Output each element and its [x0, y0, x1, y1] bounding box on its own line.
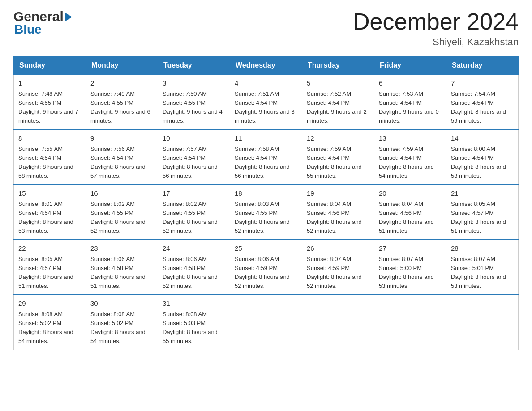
- day-number: 22: [18, 244, 81, 254]
- location: Shiyeli, Kazakhstan: [353, 36, 519, 48]
- day-number: 24: [163, 244, 225, 254]
- calendar-cell: 22Sunrise: 8:05 AMSunset: 4:57 PMDayligh…: [14, 240, 86, 295]
- logo-blue-row: Blue: [13, 22, 42, 37]
- day-number: 26: [307, 244, 369, 254]
- weekday-header-wednesday: Wednesday: [230, 56, 302, 74]
- day-info: Sunrise: 8:07 AMSunset: 4:59 PMDaylight:…: [307, 256, 362, 289]
- day-info: Sunrise: 7:54 AMSunset: 4:54 PMDaylight:…: [451, 90, 506, 124]
- logo: General Blue: [13, 9, 72, 37]
- calendar-cell: 2Sunrise: 7:49 AMSunset: 4:55 PMDaylight…: [86, 74, 158, 129]
- calendar-cell: 20Sunrise: 8:04 AMSunset: 4:56 PMDayligh…: [374, 184, 446, 240]
- weekday-header-friday: Friday: [374, 56, 446, 74]
- calendar-week-row: 15Sunrise: 8:01 AMSunset: 4:54 PMDayligh…: [14, 184, 519, 240]
- calendar-cell: 15Sunrise: 8:01 AMSunset: 4:54 PMDayligh…: [14, 184, 86, 240]
- calendar-cell: 21Sunrise: 8:05 AMSunset: 4:57 PMDayligh…: [446, 184, 519, 240]
- day-info: Sunrise: 7:53 AMSunset: 4:54 PMDaylight:…: [379, 90, 439, 124]
- calendar-week-row: 29Sunrise: 8:08 AMSunset: 5:02 PMDayligh…: [14, 295, 519, 350]
- day-info: Sunrise: 7:55 AMSunset: 4:54 PMDaylight:…: [18, 146, 73, 179]
- day-number: 15: [18, 188, 81, 199]
- calendar-cell: [374, 295, 446, 350]
- weekday-header-tuesday: Tuesday: [158, 56, 230, 74]
- day-info: Sunrise: 8:01 AMSunset: 4:54 PMDaylight:…: [18, 201, 73, 234]
- calendar-cell: 27Sunrise: 8:07 AMSunset: 5:00 PMDayligh…: [374, 240, 446, 295]
- day-number: 16: [90, 188, 153, 199]
- calendar-table: SundayMondayTuesdayWednesdayThursdayFrid…: [13, 56, 519, 350]
- calendar-cell: 5Sunrise: 7:52 AMSunset: 4:54 PMDaylight…: [302, 74, 374, 129]
- calendar-cell: 8Sunrise: 7:55 AMSunset: 4:54 PMDaylight…: [14, 129, 86, 184]
- day-number: 12: [307, 133, 369, 144]
- month-title: December 2024: [353, 9, 519, 34]
- day-number: 25: [235, 244, 297, 254]
- weekday-header-saturday: Saturday: [446, 56, 519, 74]
- weekday-header-thursday: Thursday: [302, 56, 374, 74]
- weekday-header-monday: Monday: [86, 56, 158, 74]
- page-header: General Blue December 2024 Shiyeli, Kaza…: [13, 9, 519, 48]
- calendar-cell: 17Sunrise: 8:02 AMSunset: 4:55 PMDayligh…: [158, 184, 230, 240]
- day-number: 2: [90, 78, 153, 89]
- day-number: 6: [379, 78, 442, 89]
- calendar-cell: 4Sunrise: 7:51 AMSunset: 4:54 PMDaylight…: [230, 74, 302, 129]
- day-info: Sunrise: 8:04 AMSunset: 4:56 PMDaylight:…: [379, 201, 434, 234]
- calendar-cell: 26Sunrise: 8:07 AMSunset: 4:59 PMDayligh…: [302, 240, 374, 295]
- calendar-cell: 10Sunrise: 7:57 AMSunset: 4:54 PMDayligh…: [158, 129, 230, 184]
- day-number: 19: [307, 188, 369, 199]
- calendar-cell: 18Sunrise: 8:03 AMSunset: 4:55 PMDayligh…: [230, 184, 302, 240]
- calendar-cell: 9Sunrise: 7:56 AMSunset: 4:54 PMDaylight…: [86, 129, 158, 184]
- day-number: 17: [163, 188, 225, 199]
- calendar-cell: 6Sunrise: 7:53 AMSunset: 4:54 PMDaylight…: [374, 74, 446, 129]
- day-info: Sunrise: 8:02 AMSunset: 4:55 PMDaylight:…: [90, 201, 146, 234]
- calendar-cell: [302, 295, 374, 350]
- calendar-week-row: 1Sunrise: 7:48 AMSunset: 4:55 PMDaylight…: [14, 74, 519, 129]
- day-number: 1: [18, 78, 81, 89]
- day-number: 29: [18, 299, 81, 309]
- day-info: Sunrise: 8:06 AMSunset: 4:59 PMDaylight:…: [235, 256, 290, 289]
- day-info: Sunrise: 8:04 AMSunset: 4:56 PMDaylight:…: [307, 201, 362, 234]
- calendar-cell: 16Sunrise: 8:02 AMSunset: 4:55 PMDayligh…: [86, 184, 158, 240]
- day-info: Sunrise: 8:02 AMSunset: 4:55 PMDaylight:…: [163, 201, 218, 234]
- day-info: Sunrise: 8:05 AMSunset: 4:57 PMDaylight:…: [18, 256, 73, 289]
- day-info: Sunrise: 8:00 AMSunset: 4:54 PMDaylight:…: [451, 146, 506, 179]
- day-number: 21: [451, 188, 514, 199]
- weekday-header-row: SundayMondayTuesdayWednesdayThursdayFrid…: [14, 56, 519, 74]
- calendar-week-row: 8Sunrise: 7:55 AMSunset: 4:54 PMDaylight…: [14, 129, 519, 184]
- calendar-cell: 19Sunrise: 8:04 AMSunset: 4:56 PMDayligh…: [302, 184, 374, 240]
- day-number: 10: [163, 133, 225, 144]
- day-info: Sunrise: 7:59 AMSunset: 4:54 PMDaylight:…: [379, 146, 434, 179]
- day-number: 20: [379, 188, 442, 199]
- calendar-cell: 30Sunrise: 8:08 AMSunset: 5:02 PMDayligh…: [86, 295, 158, 350]
- weekday-header-sunday: Sunday: [14, 56, 86, 74]
- day-number: 14: [451, 133, 514, 144]
- day-info: Sunrise: 8:06 AMSunset: 4:58 PMDaylight:…: [90, 256, 146, 289]
- day-number: 18: [235, 188, 297, 199]
- logo-blue-word: Blue: [14, 22, 42, 36]
- title-section: December 2024 Shiyeli, Kazakhstan: [353, 9, 519, 48]
- day-info: Sunrise: 8:08 AMSunset: 5:03 PMDaylight:…: [163, 311, 218, 344]
- day-info: Sunrise: 7:50 AMSunset: 4:55 PMDaylight:…: [163, 90, 223, 124]
- day-info: Sunrise: 8:07 AMSunset: 5:01 PMDaylight:…: [451, 256, 506, 289]
- day-number: 28: [451, 244, 514, 254]
- day-number: 7: [451, 78, 514, 89]
- calendar-cell: 23Sunrise: 8:06 AMSunset: 4:58 PMDayligh…: [86, 240, 158, 295]
- calendar-week-row: 22Sunrise: 8:05 AMSunset: 4:57 PMDayligh…: [14, 240, 519, 295]
- day-info: Sunrise: 8:08 AMSunset: 5:02 PMDaylight:…: [90, 311, 146, 344]
- calendar-cell: [446, 295, 519, 350]
- day-info: Sunrise: 8:06 AMSunset: 4:58 PMDaylight:…: [163, 256, 218, 289]
- calendar-cell: 24Sunrise: 8:06 AMSunset: 4:58 PMDayligh…: [158, 240, 230, 295]
- day-number: 23: [90, 244, 153, 254]
- day-info: Sunrise: 7:56 AMSunset: 4:54 PMDaylight:…: [90, 146, 146, 179]
- day-info: Sunrise: 8:07 AMSunset: 5:00 PMDaylight:…: [379, 256, 434, 289]
- day-number: 27: [379, 244, 442, 254]
- day-info: Sunrise: 7:59 AMSunset: 4:54 PMDaylight:…: [307, 146, 362, 179]
- logo-general-word: General: [13, 9, 64, 24]
- calendar-cell: 31Sunrise: 8:08 AMSunset: 5:03 PMDayligh…: [158, 295, 230, 350]
- day-info: Sunrise: 8:03 AMSunset: 4:55 PMDaylight:…: [235, 201, 290, 234]
- calendar-cell: [230, 295, 302, 350]
- logo-arrow-icon: [65, 13, 72, 21]
- day-number: 3: [163, 78, 225, 89]
- calendar-cell: 3Sunrise: 7:50 AMSunset: 4:55 PMDaylight…: [158, 74, 230, 129]
- calendar-cell: 29Sunrise: 8:08 AMSunset: 5:02 PMDayligh…: [14, 295, 86, 350]
- day-number: 13: [379, 133, 442, 144]
- day-info: Sunrise: 7:58 AMSunset: 4:54 PMDaylight:…: [235, 146, 290, 179]
- calendar-cell: 7Sunrise: 7:54 AMSunset: 4:54 PMDaylight…: [446, 74, 519, 129]
- day-number: 4: [235, 78, 297, 89]
